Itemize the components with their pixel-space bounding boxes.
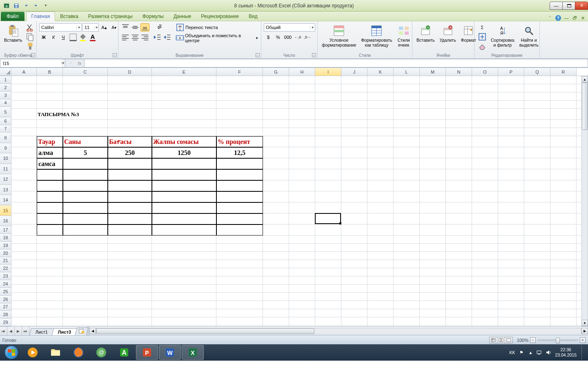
cell[interactable]: 1250 <box>152 147 216 158</box>
row-header-8[interactable]: 8 <box>0 132 11 143</box>
cell[interactable]: алма <box>37 147 63 158</box>
cell[interactable]: 250 <box>108 147 152 158</box>
shrink-font-icon[interactable]: A▾ <box>109 23 118 31</box>
cell[interactable] <box>152 191 216 202</box>
merge-center-button[interactable]: aОбъединить и поместить в центре▼ <box>176 33 258 43</box>
taskbar-firefox[interactable] <box>67 345 89 360</box>
taskbar-excel[interactable]: X <box>182 345 204 360</box>
taskbar-app2[interactable]: A <box>113 345 135 360</box>
align-right-icon[interactable] <box>140 33 149 41</box>
cell[interactable] <box>108 158 152 169</box>
align-center-icon[interactable] <box>131 33 140 41</box>
delete-cells-button[interactable]: ✕Удалить <box>438 23 458 44</box>
align-top-icon[interactable] <box>121 23 130 31</box>
scroll-up-icon[interactable]: ▲ <box>581 76 588 83</box>
maximize-button[interactable]: 🗖 <box>562 2 575 10</box>
tab-insert[interactable]: Вставка <box>55 12 83 21</box>
increase-decimal-icon[interactable]: ←,0 <box>293 33 302 41</box>
font-size-combo[interactable]: ▼ <box>82 23 99 31</box>
autosum-icon[interactable]: Σ <box>477 23 488 31</box>
cell[interactable]: ТАПСЫРМА №3 <box>37 109 118 120</box>
tray-network-icon[interactable] <box>536 349 543 356</box>
sheet-prev-icon[interactable]: ◀ <box>7 327 15 335</box>
cell[interactable]: 5 <box>63 147 108 158</box>
bold-icon[interactable]: Ж <box>39 33 48 41</box>
copy-icon[interactable] <box>26 33 35 41</box>
help-icon[interactable]: ? <box>555 15 561 21</box>
tab-review[interactable]: Рецензирование <box>196 12 244 21</box>
taskbar-powerpoint[interactable]: P <box>136 345 158 360</box>
sheet-tab-Лист1[interactable]: Лист1 <box>29 328 54 335</box>
tray-show-hidden-icon[interactable]: ▲ <box>527 349 534 356</box>
cell[interactable]: самса <box>37 158 63 169</box>
align-left-icon[interactable] <box>121 33 130 41</box>
sheet-first-icon[interactable]: ⏮ <box>0 327 7 335</box>
row-header-15[interactable]: 15 <box>0 205 11 215</box>
row-header-3[interactable]: 3 <box>0 92 11 99</box>
zoom-slider[interactable] <box>537 339 578 341</box>
column-header-O[interactable]: O <box>472 68 498 76</box>
cell[interactable] <box>63 158 108 169</box>
worksheet-grid[interactable]: ABCDEFGHIJKLMNOPQR 123456789101112131415… <box>0 68 588 326</box>
cell[interactable] <box>216 169 263 180</box>
scroll-down-icon[interactable]: ▼ <box>581 320 588 326</box>
row-header-18[interactable]: 18 <box>0 234 11 242</box>
file-tab[interactable]: Файл <box>1 12 24 21</box>
cell[interactable] <box>216 213 263 224</box>
sheet-next-icon[interactable]: ▶ <box>15 327 22 335</box>
font-name-combo[interactable]: ▼ <box>39 23 82 31</box>
row-header-9[interactable]: 9 <box>0 143 11 153</box>
cell[interactable] <box>216 224 263 236</box>
increase-indent-icon[interactable] <box>163 33 172 41</box>
language-indicator[interactable]: KK <box>509 350 515 355</box>
column-header-J[interactable]: J <box>341 68 368 76</box>
tab-page-layout[interactable]: Разметка страницы <box>83 12 138 21</box>
cell[interactable] <box>63 180 108 191</box>
minimize-ribbon-icon[interactable]: ˆ <box>547 15 553 21</box>
zoom-level[interactable]: 100% <box>517 338 528 343</box>
row-header-27[interactable]: 27 <box>0 303 11 311</box>
sort-filter-button[interactable]: AЯСортировка и фильтр <box>489 23 516 48</box>
row-header-5[interactable]: 5 <box>0 107 11 117</box>
orientation-icon[interactable]: ab <box>153 23 162 31</box>
taskbar-explorer[interactable] <box>45 345 67 360</box>
align-middle-icon[interactable] <box>131 23 140 31</box>
taskbar-media-player[interactable] <box>22 345 44 360</box>
column-header-C[interactable]: C <box>63 68 108 76</box>
row-header-4[interactable]: 4 <box>0 99 11 107</box>
cell[interactable] <box>152 202 216 213</box>
column-header-M[interactable]: M <box>420 68 446 76</box>
number-format-combo[interactable]: ▼ <box>264 23 315 31</box>
select-all-corner[interactable] <box>0 68 11 76</box>
cell[interactable]: 12,5 <box>216 147 263 158</box>
tray-volume-icon[interactable] <box>545 349 552 356</box>
alignment-launcher[interactable]: ⌐ <box>256 53 260 57</box>
column-header-I[interactable]: I <box>315 68 341 76</box>
taskbar-app1[interactable]: @ <box>90 345 112 360</box>
row-header-12[interactable]: 12 <box>0 174 11 184</box>
currency-icon[interactable]: $ <box>264 33 273 41</box>
vertical-scrollbar[interactable]: ▲ ▼ <box>581 76 588 326</box>
decrease-decimal-icon[interactable]: ,0→ <box>303 33 312 41</box>
cut-icon[interactable] <box>26 23 35 31</box>
row-header-28[interactable]: 28 <box>0 311 11 319</box>
fx-enter-icon[interactable]: ✓ <box>66 59 75 67</box>
font-color-icon[interactable]: A <box>88 33 97 41</box>
column-header-H[interactable]: H <box>289 68 315 76</box>
cell[interactable] <box>108 224 152 236</box>
sheet-tab-Лист3[interactable]: Лист3 <box>52 328 78 335</box>
grow-font-icon[interactable]: A▴ <box>100 23 109 31</box>
cell[interactable]: Жалпы сомасы <box>152 136 216 147</box>
row-header-7[interactable]: 7 <box>0 125 11 133</box>
name-box-input[interactable] <box>0 59 62 67</box>
horizontal-scrollbar[interactable] <box>96 328 581 334</box>
paste-button[interactable]: Вставить <box>2 23 24 44</box>
cell[interactable] <box>152 180 216 191</box>
column-header-E[interactable]: E <box>152 68 216 76</box>
format-table-button[interactable]: Форматировать как таблицу <box>359 23 394 48</box>
save-icon[interactable] <box>12 2 20 10</box>
vscroll-thumb[interactable] <box>582 83 588 130</box>
row-header-17[interactable]: 17 <box>0 226 11 234</box>
cell[interactable] <box>216 158 263 169</box>
column-header-A[interactable]: A <box>11 68 37 76</box>
